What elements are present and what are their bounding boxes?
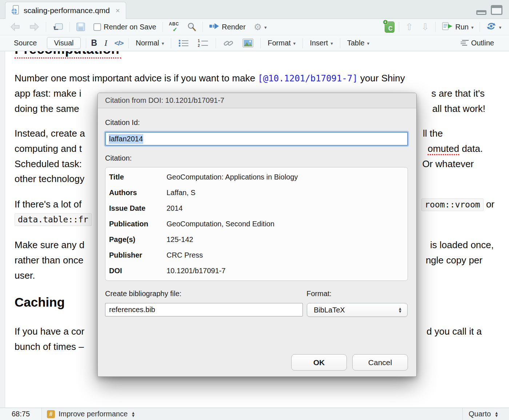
doc-line: is loaded once,: [430, 239, 494, 251]
dialog-title: Citation from DOI: 10.1201/b17091-7: [105, 96, 224, 105]
bibliography-file-input[interactable]: [105, 303, 303, 316]
render-on-save-checkbox[interactable]: [93, 23, 101, 31]
citation-preview-panel: TitleGeoComputation: Applications in Bio…: [105, 167, 408, 281]
paragraph-style-value: Normal: [136, 39, 159, 47]
format-label: Format:: [306, 290, 332, 298]
caret-down-icon: ▾: [162, 40, 164, 46]
cancel-button[interactable]: Cancel: [352, 354, 408, 371]
outline-label: Outline: [471, 39, 494, 47]
run-icon: [442, 22, 453, 32]
inline-code-button[interactable]: </>: [115, 39, 123, 47]
caret-down-icon: ▾: [471, 24, 474, 30]
caret-down-icon: ▾: [367, 40, 370, 46]
minimize-window-icon[interactable]: [476, 10, 486, 15]
table-menu[interactable]: Table ▾: [345, 38, 371, 48]
doc-line: If you have a cor: [15, 326, 84, 337]
image-icon[interactable]: [241, 37, 255, 49]
doc-line: all that work!: [432, 103, 485, 114]
sync-icon: [486, 21, 496, 32]
doc-line: app fast: make i: [15, 88, 81, 99]
render-label: Render: [222, 23, 246, 31]
open-in-new-window-icon[interactable]: [51, 21, 65, 33]
citation-row: Issue Date2014: [109, 204, 404, 215]
misspelled-word: omuted: [428, 143, 459, 155]
bullet-list-icon[interactable]: [176, 38, 191, 49]
doc-line: Make sure any d: [15, 239, 84, 251]
mode-label: Quarto: [469, 410, 491, 418]
numbered-list-icon[interactable]: 1 2: [196, 38, 211, 49]
tab-bar: scaling-performance.qmd ×: [0, 0, 509, 19]
save-icon[interactable]: [74, 21, 87, 33]
render-on-save-label: Render on Save: [104, 23, 156, 31]
source-mode-button[interactable]: Source: [9, 37, 42, 49]
section-stepper-icon: ▲▼: [131, 411, 135, 417]
previous-chunk-icon[interactable]: ⇧: [404, 21, 415, 33]
render-options-button[interactable]: ⚙ ▾: [252, 21, 269, 33]
doc-line: user.: [15, 270, 35, 281]
mode-stepper-icon: ▲▼: [494, 411, 498, 417]
citation-token[interactable]: [@10.1201/b17091-7]: [258, 73, 358, 84]
outline-toggle[interactable]: Outline: [459, 38, 496, 48]
citation-row: TitleGeoComputation: Applications in Bio…: [109, 173, 404, 184]
spellcheck-icon[interactable]: ABC ✓: [167, 21, 181, 33]
citation-row: Page(s)125-142: [109, 235, 404, 246]
tab-close-icon[interactable]: ×: [116, 7, 120, 15]
citation-label: Citation:: [105, 154, 132, 162]
back-icon[interactable]: [8, 21, 23, 33]
run-label: Run: [455, 23, 469, 31]
format-menu[interactable]: Format ▾: [266, 38, 297, 48]
link-icon[interactable]: [221, 37, 236, 49]
bold-button[interactable]: B: [91, 38, 97, 48]
next-chunk-icon[interactable]: ⇩: [419, 21, 431, 33]
chunk-c-glyph: C: [388, 25, 393, 32]
maximize-window-icon[interactable]: [491, 5, 502, 15]
doc-line: data.table::fr: [15, 214, 92, 225]
main-toolbar: Render on Save ABC ✓ Render ⚙ ▾ + C ⇧ ⇩: [0, 19, 509, 35]
outline-icon: [461, 39, 469, 47]
visual-mode-button[interactable]: Visual: [47, 37, 80, 49]
rerun-button[interactable]: ▾: [484, 20, 503, 33]
search-icon[interactable]: [185, 21, 198, 33]
render-button[interactable]: Render: [207, 21, 248, 33]
caret-down-icon: ▾: [499, 24, 501, 30]
doc-line: bunch of times –: [15, 341, 84, 352]
caret-down-icon: ▾: [264, 24, 267, 30]
italic-button[interactable]: I: [102, 39, 109, 48]
doc-line: Or whatever: [422, 158, 474, 170]
select-arrows-icon: ▲▼: [398, 307, 402, 313]
format-toolbar: Source Visual B I </> Normal ▾ 1 2: [0, 35, 509, 51]
doc-line: s are that it's: [431, 88, 485, 99]
format-select-value: BibLaTeX: [314, 306, 398, 314]
inline-code: room::vroom: [421, 198, 483, 211]
render-on-save-toggle[interactable]: Render on Save: [92, 22, 158, 32]
heading-hash-icon: #: [47, 410, 55, 418]
tab-scaling-performance[interactable]: scaling-performance.qmd ×: [5, 2, 126, 19]
status-bar: 68:75 # Improve performance ▲▼ Quarto ▲▼: [0, 408, 509, 420]
citation-dialog: Citation from DOI: 10.1201/b17091-7 Cita…: [97, 93, 417, 377]
doc-line: Scheduled task:: [15, 158, 82, 170]
insert-chunk-button[interactable]: + C: [385, 21, 394, 33]
forward-icon[interactable]: [27, 21, 41, 33]
doc-line: computing and t: [15, 143, 82, 154]
ok-button[interactable]: OK: [291, 354, 347, 371]
gear-icon: ⚙: [254, 23, 262, 32]
citation-id-label: Citation Id:: [105, 118, 140, 127]
doc-line: doing the same: [15, 103, 79, 114]
mode-picker[interactable]: Quarto ▲▼: [462, 408, 509, 420]
doc-line: omuted data.: [428, 143, 483, 154]
svg-text:2: 2: [198, 44, 200, 48]
section-picker[interactable]: # Improve performance ▲▼: [42, 408, 140, 420]
insert-menu[interactable]: Insert ▾: [308, 38, 335, 48]
dialog-title-bar: Citation from DOI: 10.1201/b17091-7: [98, 93, 416, 108]
citation-row: PublisherCRC Press: [109, 251, 404, 262]
run-button[interactable]: Run ▾: [440, 21, 475, 33]
caret-down-icon: ▾: [293, 40, 296, 46]
paragraph-style-dropdown[interactable]: Normal ▾: [134, 38, 166, 48]
doc-line: rather than once: [15, 255, 83, 266]
citation-id-input[interactable]: laffan2014: [105, 132, 408, 146]
editor-gutter: [0, 51, 5, 408]
quarto-file-icon: [11, 5, 20, 16]
format-select[interactable]: BibLaTeX ▲▼: [307, 303, 408, 317]
heading-caching: Caching: [15, 295, 65, 310]
svg-text:1: 1: [198, 39, 200, 43]
